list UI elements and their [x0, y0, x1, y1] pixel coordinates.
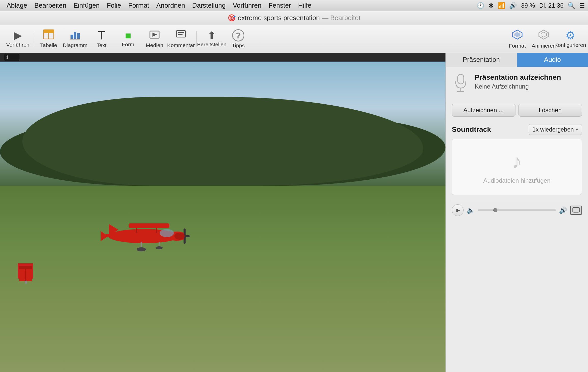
tabelle-button[interactable]: Tabelle: [36, 27, 61, 50]
tab-prasentation[interactable]: Präsentation: [446, 53, 517, 67]
menu-vorfuhren[interactable]: Vorführen: [229, 1, 265, 10]
animieren-label: Animieren: [532, 43, 556, 49]
bluetooth-icon: ✱: [488, 2, 494, 9]
microphone-icon: [452, 73, 470, 96]
form-icon: ■: [125, 30, 131, 40]
recording-section: Präsentation aufzeichnen Keine Aufzeichn…: [452, 73, 582, 96]
toolbar-right-group: Format Animieren ⚙ Konfigurieren: [505, 27, 583, 50]
svg-rect-26: [106, 234, 121, 237]
volume-high-icon: 🔊: [559, 206, 567, 214]
medien-label: Medien: [146, 42, 163, 48]
search-icon[interactable]: 🔍: [568, 2, 575, 9]
menu-folie[interactable]: Folie: [103, 1, 124, 10]
svg-rect-38: [25, 281, 27, 284]
tipps-button[interactable]: ? Tipps: [226, 27, 251, 50]
text-button[interactable]: T Text: [89, 27, 114, 50]
svg-rect-11: [176, 31, 186, 37]
kommentar-button[interactable]: Kommentar: [168, 27, 194, 50]
format-button[interactable]: Format: [505, 27, 530, 50]
svg-rect-3: [44, 30, 54, 33]
toolbar-group-play: ▶ Vorführen: [5, 27, 31, 50]
bereitstellen-label: Bereitstellen: [197, 41, 227, 48]
soundtrack-label: Soundtrack: [452, 125, 491, 134]
form-label: Form: [122, 41, 134, 48]
volume-low-icon: 🔈: [467, 206, 475, 214]
audio-play-button[interactable]: ▶: [452, 204, 464, 216]
diagramm-icon: [69, 30, 81, 41]
tab-audio[interactable]: Audio: [517, 53, 588, 67]
animieren-button[interactable]: Animieren: [531, 27, 556, 50]
aufzeichnen-button[interactable]: Aufzeichnen ...: [452, 104, 515, 117]
svg-rect-42: [573, 208, 579, 212]
soundtrack-option-label: 1x wiedergeben: [533, 126, 574, 133]
medien-button[interactable]: Medien: [142, 27, 167, 50]
slide-area: [0, 53, 445, 372]
audio-play-icon: ▶: [456, 207, 460, 213]
recording-title: Präsentation aufzeichnen: [475, 73, 582, 81]
svg-point-29: [137, 247, 146, 251]
format-icon: [511, 29, 524, 42]
audio-volume-slider[interactable]: [478, 209, 556, 211]
list-icon[interactable]: ☰: [579, 2, 585, 9]
slide-number-input[interactable]: [4, 54, 19, 61]
menu-darstellung[interactable]: Darstellung: [189, 1, 229, 10]
text-icon: T: [98, 30, 105, 41]
fullscreen-button[interactable]: [570, 206, 582, 215]
red-box: [18, 263, 33, 279]
edited-status: — Bearbeitet: [322, 14, 360, 22]
menu-format[interactable]: Format: [125, 1, 153, 10]
time-machine-icon: 🕐: [477, 2, 484, 9]
airplane: [98, 211, 190, 256]
svg-rect-5: [74, 32, 76, 39]
kommentar-icon: [175, 30, 187, 41]
menu-einfugen[interactable]: Einfügen: [70, 1, 103, 10]
form-button[interactable]: ■ Form: [115, 27, 141, 50]
bereitstellen-icon: ⬆: [207, 30, 216, 40]
music-note-icon: ♪: [512, 150, 522, 173]
menu-fenster[interactable]: Fenster: [265, 1, 295, 10]
panel-tabs: Präsentation Audio: [446, 53, 588, 67]
separator-1: [33, 31, 33, 47]
svg-marker-17: [541, 32, 547, 37]
clock: Di. 21:36: [539, 2, 564, 9]
tabelle-label: Tabelle: [40, 42, 57, 48]
svg-marker-9: [152, 33, 157, 37]
grass-ground: [0, 186, 445, 372]
menu-bearbeiten[interactable]: Bearbeiten: [31, 1, 70, 10]
animieren-icon: [537, 29, 550, 42]
tipps-label: Tipps: [232, 42, 245, 49]
konfigurieren-icon: ⚙: [565, 30, 575, 41]
konfigurieren-button[interactable]: ⚙ Konfigurieren: [557, 27, 583, 50]
svg-marker-16: [539, 30, 549, 39]
konfigurieren-label: Konfigurieren: [554, 42, 586, 48]
menu-anordnen[interactable]: Anordnen: [153, 1, 189, 10]
svg-rect-21: [129, 223, 169, 228]
tab-audio-label: Audio: [544, 56, 561, 64]
svg-point-27: [160, 229, 174, 237]
soundtrack-header: Soundtrack 1x wiedergeben ▾: [452, 124, 582, 135]
svg-point-34: [174, 233, 185, 240]
audio-controls: ▶ 🔈 🔊: [452, 200, 582, 218]
svg-rect-6: [77, 33, 80, 39]
soundtrack-dropdown[interactable]: 1x wiedergeben ▾: [529, 124, 582, 135]
recording-subtitle: Keine Aufzeichnung: [475, 83, 582, 90]
vorfuhren-label: Vorführen: [6, 42, 29, 48]
vorfuhren-button[interactable]: ▶ Vorführen: [5, 27, 31, 50]
music-area[interactable]: ♪ Audiodateien hinzufügen: [452, 139, 582, 195]
toolbar: ▶ Vorführen Tabelle: [0, 25, 588, 53]
volume-icon: 🔊: [509, 2, 517, 9]
menu-ablage[interactable]: Ablage: [3, 1, 31, 10]
diagramm-button[interactable]: Diagramm: [62, 27, 88, 50]
menu-hilfe[interactable]: Hilfe: [295, 1, 315, 10]
wifi-icon: 📶: [498, 2, 505, 9]
menubar: Ablage Bearbeiten Einfügen Folie Format …: [0, 0, 588, 11]
titlebar: 🎯 extreme sports presentation — Bearbeit…: [0, 11, 588, 25]
bereitstellen-button[interactable]: ⬆ Bereitstellen: [199, 27, 225, 50]
loschen-button[interactable]: Löschen: [519, 104, 582, 117]
svg-marker-15: [514, 32, 520, 37]
svg-rect-39: [458, 74, 464, 84]
document-title: extreme sports presentation: [238, 14, 320, 22]
recording-info: Präsentation aufzeichnen Keine Aufzeichn…: [475, 73, 582, 90]
chevron-down-icon: ▾: [576, 127, 578, 132]
slide-canvas[interactable]: [0, 62, 445, 372]
